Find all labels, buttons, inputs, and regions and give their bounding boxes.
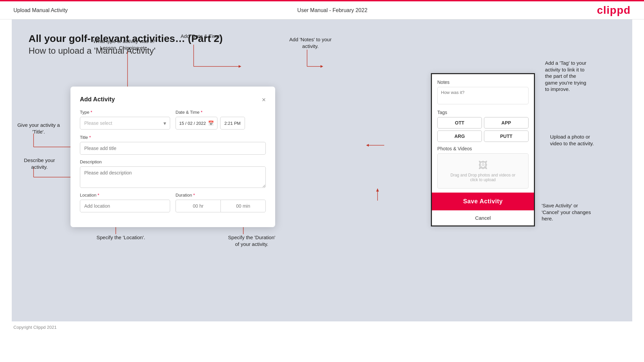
- phone-inner: Notes Tags OTT APP ARG PUTT Photos & Vid…: [432, 74, 534, 189]
- svg-marker-21: [366, 144, 369, 147]
- type-select-wrapper: Please select: [80, 117, 170, 130]
- type-select[interactable]: Please select: [80, 117, 170, 130]
- type-group: Type * Please select: [80, 110, 170, 130]
- annotation-duration: Specify the 'Duration' of your activity.: [205, 234, 299, 247]
- tag-ott[interactable]: OTT: [437, 117, 482, 128]
- close-button[interactable]: ×: [262, 96, 266, 103]
- title-label: Title *: [80, 135, 266, 140]
- annotation-notes: Add 'Notes' to your activity.: [277, 36, 344, 49]
- type-label: Type *: [80, 110, 170, 115]
- svg-marker-23: [376, 188, 379, 192]
- time-input[interactable]: 2:21 PM: [220, 117, 245, 130]
- cancel-button[interactable]: Cancel: [432, 210, 534, 225]
- svg-marker-5: [239, 65, 241, 68]
- title-input[interactable]: [80, 142, 266, 155]
- location-label: Location *: [80, 193, 170, 198]
- svg-marker-19: [320, 65, 323, 68]
- notes-label: Notes: [437, 80, 529, 85]
- duration-group: Duration *: [176, 193, 266, 212]
- header: Upload Manual Activity User Manual - Feb…: [0, 0, 644, 19]
- tag-arg[interactable]: ARG: [437, 131, 482, 142]
- page-title-header: Upload Manual Activity: [13, 7, 68, 13]
- location-input[interactable]: [80, 200, 170, 212]
- modal-header: Add Activity ×: [80, 96, 266, 103]
- logo: clippd: [597, 4, 631, 16]
- datetime-group: Date & Time * 15 / 02 / 2022 📅 2:21 PM: [176, 110, 266, 130]
- annotation-save: 'Save Activity' or 'Cancel' your changes…: [542, 202, 626, 222]
- photo-upload-area[interactable]: 🖼 Drag and Drop photos and videos or cli…: [437, 153, 529, 189]
- manual-title: User Manual - February 2022: [297, 7, 367, 13]
- photos-label: Photos & Videos: [437, 146, 529, 151]
- annotation-location: Specify the 'Location'.: [84, 234, 158, 241]
- duration-inputs: [176, 200, 266, 212]
- tags-label: Tags: [437, 110, 529, 115]
- modal-title: Add Activity: [80, 96, 115, 103]
- location-duration-row: Location * Duration *: [80, 193, 266, 212]
- photos-section: Photos & Videos 🖼 Drag and Drop photos a…: [437, 146, 529, 189]
- tag-app[interactable]: APP: [484, 117, 529, 128]
- datetime-label: Date & Time *: [176, 110, 266, 115]
- phone-panel: Notes Tags OTT APP ARG PUTT Photos & Vid…: [431, 73, 535, 226]
- notes-section: Notes: [437, 80, 529, 106]
- duration-hr-input[interactable]: [176, 200, 220, 212]
- annotation-describe: Describe your activity.: [13, 157, 65, 170]
- add-activity-modal: Add Activity × Type * Please select Date…: [70, 87, 275, 227]
- description-group: Description: [80, 159, 266, 188]
- description-textarea[interactable]: [80, 166, 266, 188]
- annotation-activity-type: What type of activity was it? Lesson, Ch…: [81, 38, 168, 51]
- copyright: Copyright Clippd 2021: [0, 321, 644, 333]
- main-content: All your golf-relevant activities… (Part…: [12, 19, 632, 321]
- notes-textarea[interactable]: [437, 87, 529, 104]
- save-activity-button[interactable]: Save Activity: [431, 193, 535, 210]
- date-input[interactable]: 15 / 02 / 2022 📅: [176, 117, 217, 130]
- duration-label: Duration *: [176, 193, 266, 198]
- location-group: Location *: [80, 193, 170, 212]
- photo-icon: 🖼: [478, 160, 488, 171]
- annotation-tag: Add a 'Tag' to your activity to link it …: [545, 60, 622, 93]
- accent-bar: [0, 0, 644, 1]
- date-time-group: 15 / 02 / 2022 📅 2:21 PM: [176, 117, 266, 130]
- tags-grid: OTT APP ARG PUTT: [437, 117, 529, 142]
- annotation-title: Give your activity a 'Title'.: [12, 122, 65, 135]
- title-group: Title *: [80, 135, 266, 155]
- photo-upload-text: Drag and Drop photos and videos or click…: [450, 173, 515, 182]
- tags-section: Tags OTT APP ARG PUTT: [437, 110, 529, 142]
- duration-min-input[interactable]: [220, 200, 266, 212]
- type-datetime-row: Type * Please select Date & Time * 15 / …: [80, 110, 266, 130]
- annotation-photo: Upload a photo or video to the activity.: [550, 134, 624, 147]
- tag-putt[interactable]: PUTT: [484, 131, 529, 142]
- annotation-date-time: Add 'Date & Time'.: [163, 33, 240, 40]
- description-label: Description: [80, 159, 266, 164]
